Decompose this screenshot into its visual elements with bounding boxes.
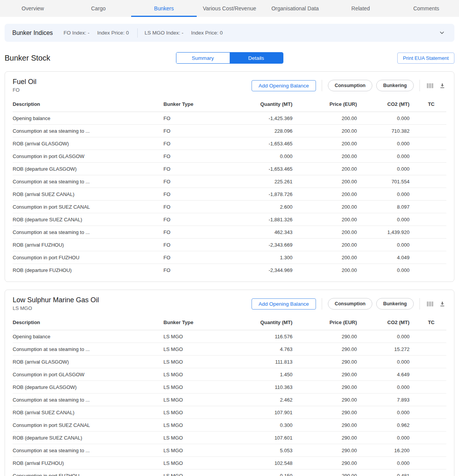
bunker-stock-header: Bunker Stock Summary Details Print EUA S… [5,52,454,64]
table-row[interactable]: Consumption at sea steaming to ...FO462.… [13,226,446,239]
cell-quantity: -2,343.669 [233,239,293,251]
cell-description: ROB (arrival FUZHOU) [13,457,163,469]
cell-tc [410,406,446,419]
table-row[interactable]: Consumption at sea steaming to ...LS MGO… [13,343,446,356]
cell-quantity: 116.576 [233,330,293,343]
actions-divider [420,80,420,91]
add-opening-balance-button[interactable]: Add Opening Balance [252,298,316,310]
columns-icon[interactable] [426,300,434,308]
cell-price: 200.00 [293,264,357,277]
table-row[interactable]: Consumption in port FUZHOULS MGO0.150290… [13,469,446,476]
cell-price: 200.00 [293,251,357,264]
summary-details-toggle: Summary Details [176,52,283,64]
cell-tc [410,457,446,469]
table-row[interactable]: ROB (arrival GLASGOW)LS MGO111.813290.00… [13,356,446,368]
table-row[interactable]: Opening balanceLS MGO116.576290.000.000 [13,330,446,343]
cell-tc [410,125,446,137]
table-row[interactable]: Consumption in port FUZHOUFO1.300200.004… [13,251,446,264]
cell-quantity: 110.363 [233,381,293,394]
cell-quantity: 4.763 [233,343,293,356]
cell-co2: 0.000 [357,330,410,343]
table-row[interactable]: ROB (departure GLASGOW)FO-1,653.465200.0… [13,163,446,175]
bunkering-button[interactable]: Bunkering [376,298,414,310]
cell-quantity: 0.000 [233,150,293,163]
cell-description: ROB (departure SUEZ CANAL) [13,432,163,444]
cell-description: ROB (departure SUEZ CANAL) [13,213,163,226]
table-row[interactable]: Consumption at sea steaming to ...LS MGO… [13,444,446,457]
print-eua-statement-button[interactable]: Print EUA Statement [397,53,454,64]
cell-price: 200.00 [293,150,357,163]
cell-co2: 0.000 [357,188,410,201]
tab-bunkers[interactable]: Bunkers [131,0,197,17]
cell-description: Consumption at sea steaming to ... [13,444,163,457]
table-row[interactable]: Consumption in port SUEZ CANALFO2.600200… [13,201,446,213]
cell-bunker-type: LS MGO [163,419,232,432]
cell-description: Consumption in port FUZHOU [13,469,163,476]
column-header-quantity: Quantity (MT) [233,316,293,330]
consumption-button[interactable]: Consumption [328,298,373,310]
cell-quantity: 0.150 [233,469,293,476]
cell-bunker-type: LS MGO [163,330,232,343]
summary-tab[interactable]: Summary [176,53,230,63]
column-header-description: Description [13,316,163,330]
cell-co2: 701.554 [357,175,410,188]
top-tab-bar: Overview Cargo Bunkers Various Cost/Reve… [0,0,459,17]
table-row[interactable]: ROB (arrival FUZHOU)LS MGO102.548290.000… [13,457,446,469]
table-row[interactable]: Consumption at sea steaming to ...FO228.… [13,125,446,137]
tab-overview[interactable]: Overview [0,0,66,17]
table-row[interactable]: ROB (departure SUEZ CANAL)LS MGO107.6012… [13,432,446,444]
cell-tc [410,188,446,201]
cell-bunker-type: LS MGO [163,457,232,469]
cell-description: Consumption in port GLASGOW [13,368,163,381]
cell-description: Consumption in port GLASGOW [13,150,163,163]
cell-co2: 0.000 [357,406,410,419]
download-icon[interactable] [438,300,446,308]
table-row[interactable]: ROB (departure SUEZ CANAL)FO-1,881.32620… [13,213,446,226]
cell-quantity: -1,878.726 [233,188,293,201]
cell-bunker-type: FO [163,112,232,125]
table-row[interactable]: Consumption at sea steaming to ...FO225.… [13,175,446,188]
table-row[interactable]: ROB (departure GLASGOW)LS MGO110.363290.… [13,381,446,394]
cell-price: 290.00 [293,457,357,469]
cell-description: ROB (arrival FUZHOU) [13,239,163,251]
consumption-button[interactable]: Consumption [328,80,373,91]
cell-bunker-type: FO [163,188,232,201]
cell-price: 290.00 [293,368,357,381]
table-row[interactable]: ROB (departure FUZHOU)FO-2,344.969200.00… [13,264,446,277]
cell-bunker-type: FO [163,264,232,277]
details-tab[interactable]: Details [230,53,283,63]
add-opening-balance-button[interactable]: Add Opening Balance [252,80,316,91]
cell-co2: 7.893 [357,394,410,406]
cell-tc [410,394,446,406]
tab-cargo[interactable]: Cargo [66,0,131,17]
cell-price: 200.00 [293,226,357,239]
cell-quantity: 225.261 [233,175,293,188]
cell-co2: 0.000 [357,163,410,175]
actions-divider [322,298,322,310]
table-row[interactable]: Consumption at sea steaming to ...LS MGO… [13,394,446,406]
columns-icon[interactable] [426,81,434,90]
table-row[interactable]: ROB (arrival SUEZ CANAL)FO-1,878.726200.… [13,188,446,201]
cell-description: ROB (departure GLASGOW) [13,163,163,175]
cell-co2: 0.481 [357,469,410,476]
cell-tc [410,343,446,356]
tab-various-cost-revenue[interactable]: Various Cost/Revenue [197,0,262,17]
cell-tc [410,150,446,163]
table-row[interactable]: ROB (arrival FUZHOU)FO-2,343.669200.000.… [13,239,446,251]
bunkering-button[interactable]: Bunkering [376,80,414,91]
table-row[interactable]: ROB (arrival GLASGOW)FO-1,653.465200.000… [13,137,446,150]
cell-bunker-type: LS MGO [163,343,232,356]
tab-related[interactable]: Related [328,0,393,17]
tab-comments[interactable]: Comments [393,0,459,17]
table-row[interactable]: Consumption in port GLASGOWLS MGO1.45029… [13,368,446,381]
table-row[interactable]: Consumption in port SUEZ CANALLS MGO0.30… [13,419,446,432]
cell-bunker-type: FO [163,213,232,226]
cell-co2: 0.000 [357,356,410,368]
cell-price: 200.00 [293,239,357,251]
tab-organisational-data[interactable]: Organisational Data [262,0,328,17]
table-row[interactable]: ROB (arrival SUEZ CANAL)LS MGO107.901290… [13,406,446,419]
download-icon[interactable] [438,82,446,90]
table-row[interactable]: Consumption in port GLASGOWFO0.000200.00… [13,150,446,163]
chevron-down-icon[interactable] [438,29,446,37]
table-row[interactable]: Opening balanceFO-1,425.369200.000.000 [13,112,446,125]
